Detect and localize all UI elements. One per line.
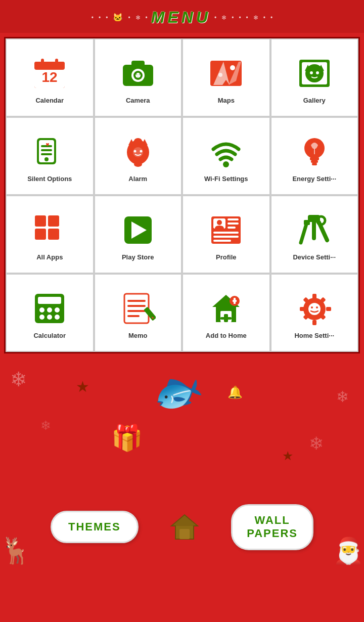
all-apps-label: All Apps bbox=[36, 253, 63, 261]
svg-rect-89 bbox=[312, 320, 316, 325]
svg-point-16 bbox=[218, 73, 222, 77]
device-settings-icon bbox=[294, 210, 335, 250]
svg-rect-91 bbox=[326, 307, 331, 311]
svg-rect-73 bbox=[124, 294, 149, 323]
alarm-icon bbox=[118, 131, 158, 172]
add-to-home-button[interactable]: Add to Home bbox=[182, 274, 270, 352]
svg-rect-66 bbox=[38, 297, 61, 304]
svg-point-70 bbox=[39, 315, 44, 320]
calendar-button[interactable]: 12 Calendar bbox=[6, 38, 94, 117]
calendar-label: Calendar bbox=[35, 97, 64, 105]
svg-rect-83 bbox=[220, 317, 232, 320]
wallpapers-label: WALLPAPERS bbox=[247, 514, 298, 541]
all-apps-button[interactable]: All Apps bbox=[6, 195, 94, 274]
svg-rect-7 bbox=[131, 61, 145, 67]
svg-text:^.^: ^.^ bbox=[135, 73, 141, 78]
alarm-label: Alarm bbox=[128, 175, 147, 183]
wallpapers-button[interactable]: WALLPAPERS bbox=[231, 504, 313, 550]
wifi-settings-label: Wi-Fi Settings bbox=[204, 175, 248, 183]
santa-icon: 🎅 bbox=[333, 536, 364, 565]
svg-rect-53 bbox=[228, 218, 239, 220]
header-snowflake-icon: ❄ bbox=[221, 14, 226, 21]
header-snowflake-icon: ❄ bbox=[253, 14, 258, 21]
silent-options-label: Silent Options bbox=[27, 175, 72, 183]
svg-point-15 bbox=[230, 65, 235, 70]
calculator-label: Calculator bbox=[33, 332, 66, 340]
profile-label: Profile bbox=[216, 253, 236, 261]
home-settings-icon bbox=[294, 288, 335, 329]
svg-point-38 bbox=[140, 150, 142, 152]
svg-rect-75 bbox=[127, 305, 146, 307]
calendar-icon: 12 bbox=[29, 53, 70, 94]
header-dot: • bbox=[128, 14, 130, 21]
device-settings-button[interactable]: Device Setti··· bbox=[270, 195, 359, 274]
header-dot: • bbox=[99, 14, 101, 21]
svg-rect-2 bbox=[34, 62, 65, 70]
svg-rect-56 bbox=[213, 232, 239, 234]
svg-rect-76 bbox=[127, 310, 146, 312]
profile-icon bbox=[206, 210, 246, 250]
svg-rect-46 bbox=[48, 215, 59, 227]
star-deco-2: ★ bbox=[282, 449, 293, 463]
svg-point-31 bbox=[134, 138, 142, 144]
header-dot: • bbox=[263, 14, 265, 21]
svg-point-32 bbox=[134, 162, 142, 167]
svg-text:12: 12 bbox=[42, 69, 58, 85]
silent-options-button[interactable]: Silent Options bbox=[6, 117, 94, 195]
flying-cat-deco: 🐟 bbox=[145, 361, 209, 423]
memo-button[interactable]: Memo bbox=[94, 274, 183, 352]
all-apps-icon bbox=[29, 210, 70, 250]
svg-point-23 bbox=[316, 71, 319, 74]
svg-point-39 bbox=[223, 161, 229, 167]
svg-point-97 bbox=[311, 306, 313, 308]
bottom-bar: 🦌 THEMES WALLPAPERS 🎅 bbox=[0, 499, 364, 565]
decorative-area: ❄ ❄ ❄ ❄ ★ ★ 🎁 🐟 🔔 bbox=[0, 358, 364, 499]
maps-button[interactable]: Maps bbox=[182, 38, 270, 117]
snowflake-deco-2: ❄ bbox=[336, 388, 349, 406]
memo-label: Memo bbox=[128, 332, 148, 340]
bell-deco: 🔔 bbox=[228, 385, 243, 399]
svg-point-71 bbox=[47, 315, 52, 320]
svg-point-69 bbox=[55, 307, 60, 313]
svg-point-96 bbox=[308, 303, 321, 315]
calculator-icon bbox=[29, 288, 70, 329]
alarm-button[interactable]: Alarm bbox=[94, 117, 183, 195]
wifi-settings-button[interactable]: Wi-Fi Settings bbox=[182, 117, 270, 195]
energy-settings-button[interactable]: Energy Setti··· bbox=[270, 117, 359, 195]
snowflake-deco-3: ❄ bbox=[40, 418, 51, 433]
svg-point-68 bbox=[47, 307, 52, 313]
header-dot: • bbox=[270, 14, 272, 21]
device-settings-label: Device Setti··· bbox=[293, 253, 336, 261]
svg-rect-74 bbox=[127, 300, 146, 302]
camera-icon: ^.^ bbox=[118, 53, 158, 94]
energy-settings-label: Energy Setti··· bbox=[292, 175, 336, 183]
svg-rect-58 bbox=[213, 240, 231, 242]
svg-rect-88 bbox=[312, 294, 316, 299]
home-settings-button[interactable]: Home Setti··· bbox=[270, 274, 359, 352]
memo-icon bbox=[118, 288, 158, 329]
svg-rect-57 bbox=[213, 236, 239, 238]
add-to-home-label: Add to Home bbox=[206, 332, 247, 340]
header: • • • 🐱 • ❄ • MENU • ❄ • • • ❄ • • bbox=[0, 0, 364, 33]
silent-options-icon bbox=[29, 131, 70, 172]
camera-button[interactable]: ^.^ Camera bbox=[94, 38, 183, 117]
header-dot: • bbox=[246, 14, 248, 21]
svg-rect-47 bbox=[35, 229, 46, 240]
home-button[interactable] bbox=[169, 512, 200, 542]
play-store-button[interactable]: Play Store bbox=[94, 195, 183, 274]
svg-line-63 bbox=[301, 223, 307, 243]
calculator-button[interactable]: Calculator bbox=[6, 274, 94, 352]
svg-rect-90 bbox=[300, 307, 305, 311]
profile-button[interactable]: Profile bbox=[182, 195, 270, 274]
header-dot: • bbox=[232, 14, 234, 21]
svg-rect-26 bbox=[41, 145, 52, 147]
gallery-button[interactable]: Gallery bbox=[270, 38, 359, 117]
svg-rect-41 bbox=[310, 157, 319, 160]
themes-button[interactable]: THEMES bbox=[51, 511, 139, 543]
page-title: MENU bbox=[151, 8, 211, 27]
maps-icon bbox=[206, 53, 246, 94]
svg-point-62 bbox=[317, 216, 325, 225]
maps-label: Maps bbox=[218, 97, 235, 105]
svg-rect-43 bbox=[312, 163, 317, 165]
svg-point-59 bbox=[217, 220, 222, 225]
